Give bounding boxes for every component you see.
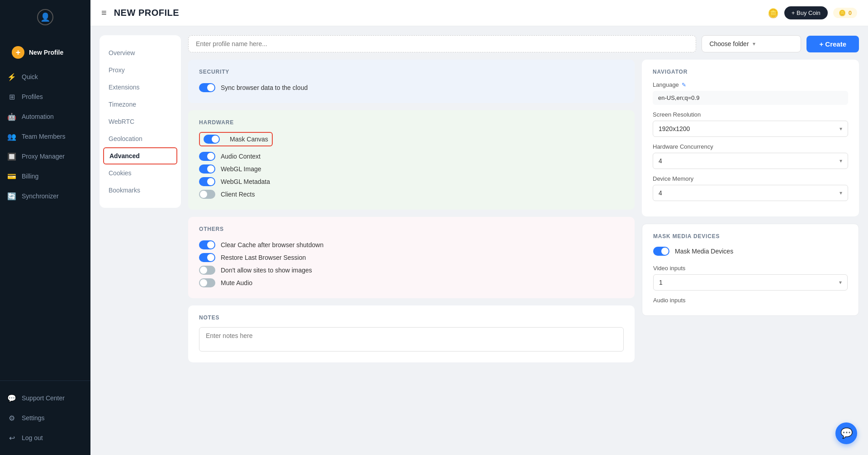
dont-allow-images-label: Don't allow sites to show images (221, 267, 312, 274)
dont-allow-images-toggle[interactable] (199, 266, 215, 275)
folder-select-dropdown[interactable]: Choose folder ▾ (702, 35, 801, 52)
sidebar-item-team-members[interactable]: 👥 Team Members (0, 127, 90, 146)
profile-name-input[interactable] (188, 35, 696, 52)
sidebar-item-label: Billing (22, 173, 38, 180)
mute-audio-toggle[interactable] (199, 278, 215, 287)
new-profile-plus-icon: + (12, 46, 24, 59)
language-field-label: Language ✎ (653, 81, 848, 88)
mute-audio-row: Mute Audio (199, 277, 624, 289)
left-col: SECURITY Sync browser data to the cloud … (188, 60, 635, 446)
sidebar-item-logout[interactable]: ↩ Log out (0, 428, 90, 448)
proxy-icon: 🔲 (7, 152, 16, 161)
lightning-icon: ⚡ (7, 72, 16, 81)
sync-toggle-row: Sync browser data to the cloud (199, 81, 624, 94)
balance-coin-icon: 🪙 (839, 9, 846, 16)
nav-item-proxy[interactable]: Proxy (100, 61, 181, 79)
audio-context-toggle[interactable] (199, 152, 215, 161)
webgl-metadata-label: WebGL Metadata (221, 178, 270, 185)
chevron-down-icon: ▾ (840, 158, 842, 164)
webgl-metadata-toggle[interactable] (199, 177, 215, 186)
navigator-title: NAVIGATOR (653, 69, 848, 75)
webgl-image-label: WebGL Image (221, 165, 261, 173)
nav-item-webrtc[interactable]: WebRTC (100, 113, 181, 130)
device-memory-dropdown[interactable]: 4 ▾ (653, 185, 848, 201)
audio-context-label: Audio Context (221, 153, 261, 160)
user-avatar-icon[interactable]: 👤 (37, 9, 53, 25)
hardware-concurrency-dropdown[interactable]: 4 ▾ (653, 153, 848, 169)
nav-item-timezone[interactable]: Timezone (100, 96, 181, 113)
buy-coin-button[interactable]: + Buy Coin (784, 6, 828, 19)
device-memory-value: 4 (659, 189, 662, 197)
sidebar-item-automation[interactable]: 🤖 Automation (0, 107, 90, 127)
clear-cache-row: Clear Cache after browser shutdown (199, 239, 624, 251)
language-edit-icon[interactable]: ✎ (682, 82, 686, 88)
sidebar-item-proxy-manager[interactable]: 🔲 Proxy Manager (0, 146, 90, 166)
language-value: en-US,en;q=0.9 (653, 91, 848, 105)
nav-item-geolocation[interactable]: Geolocation (100, 130, 181, 147)
video-inputs-group: Video inputs 1 ▾ (653, 265, 848, 291)
sidebar-item-billing[interactable]: 💳 Billing (0, 166, 90, 186)
sidebar-item-profiles[interactable]: ⊞ Profiles (0, 87, 90, 107)
sidebar-item-new-profile[interactable]: + New Profile (5, 42, 85, 63)
sidebar-item-label: Log out (22, 434, 43, 441)
security-title: SECURITY (199, 69, 624, 75)
mask-canvas-row: Mask Canvas (199, 132, 273, 146)
chevron-down-icon: ▾ (840, 126, 842, 132)
webgl-image-row: WebGL Image (199, 163, 624, 175)
webgl-image-toggle[interactable] (199, 164, 215, 174)
nav-item-extensions[interactable]: Extensions (100, 79, 181, 96)
sidebar-item-label: Settings (22, 414, 45, 422)
hamburger-icon[interactable]: ≡ (101, 8, 107, 18)
topbar-right: 🪙 + Buy Coin 🪙 0 (768, 6, 857, 19)
device-memory-label: Device Memory (653, 175, 848, 182)
mask-canvas-toggle[interactable] (204, 135, 220, 144)
notes-title: Notes (199, 314, 624, 321)
right-col: NAVIGATOR Language ✎ en-US,en;q=0.9 Scre… (642, 60, 859, 446)
clear-cache-toggle[interactable] (199, 240, 215, 249)
sidebar-item-label: Proxy Manager (22, 153, 65, 160)
billing-icon: 💳 (7, 172, 16, 181)
sidebar-item-synchronizer[interactable]: 🔄 Synchronizer (0, 186, 90, 206)
sync-toggle[interactable] (199, 83, 215, 92)
video-inputs-dropdown[interactable]: 1 ▾ (653, 274, 848, 291)
hardware-section: HARDWARE Mask Canvas Audio Context WebGL… (188, 110, 635, 210)
balance-badge: 🪙 0 (833, 8, 857, 18)
hardware-concurrency-label: Hardware Concurrency (653, 143, 848, 150)
chevron-down-icon: ▾ (753, 41, 755, 47)
sidebar-item-settings[interactable]: ⚙ Settings (0, 408, 90, 428)
nav-item-bookmarks[interactable]: Bookmarks (100, 182, 181, 199)
chevron-down-icon: ▾ (840, 190, 842, 196)
nav-item-overview[interactable]: Overview (100, 44, 181, 61)
content-area: Overview Proxy Extensions Timezone WebRT… (90, 26, 868, 455)
notes-input[interactable] (199, 327, 624, 352)
screen-resolution-dropdown[interactable]: 1920x1200 ▾ (653, 121, 848, 137)
sidebar-item-label: New Profile (29, 49, 63, 56)
chat-icon: 💬 (840, 427, 853, 439)
sidebar-item-support[interactable]: 💬 Support Center (0, 388, 90, 408)
robot-icon: 🤖 (7, 112, 16, 121)
mask-media-section: MASK MEDIA DEVICES Mask Media Devices Vi… (642, 224, 859, 316)
restore-session-toggle[interactable] (199, 253, 215, 262)
sidebar-item-quick[interactable]: ⚡ Quick (0, 67, 90, 87)
video-inputs-value: 1 (659, 279, 663, 286)
folder-select-label: Choose folder (709, 40, 749, 47)
sidebar-item-label: Support Center (22, 394, 65, 402)
support-icon: 💬 (7, 394, 16, 403)
client-rects-toggle[interactable] (199, 190, 215, 199)
sidebar-item-label: Synchronizer (22, 192, 59, 200)
nav-item-cookies[interactable]: Cookies (100, 164, 181, 182)
left-nav-panel: Overview Proxy Extensions Timezone WebRT… (100, 35, 181, 208)
security-section: SECURITY Sync browser data to the cloud (188, 60, 635, 103)
mask-media-label: Mask Media Devices (675, 248, 733, 255)
chevron-down-icon: ▾ (839, 279, 842, 286)
webgl-metadata-row: WebGL Metadata (199, 175, 624, 188)
audio-inputs-label: Audio inputs (653, 297, 848, 304)
nav-item-advanced[interactable]: Advanced (103, 147, 177, 164)
sidebar: 👤 + New Profile ⚡ Quick ⊞ Profiles 🤖 Aut… (0, 0, 90, 455)
notes-section: Notes (188, 305, 635, 362)
chat-bubble[interactable]: 💬 (835, 422, 857, 444)
mask-media-toggle[interactable] (653, 247, 669, 256)
create-button[interactable]: + Create (806, 36, 859, 52)
others-title: OTHERS (199, 226, 624, 232)
video-inputs-label: Video inputs (653, 265, 848, 272)
